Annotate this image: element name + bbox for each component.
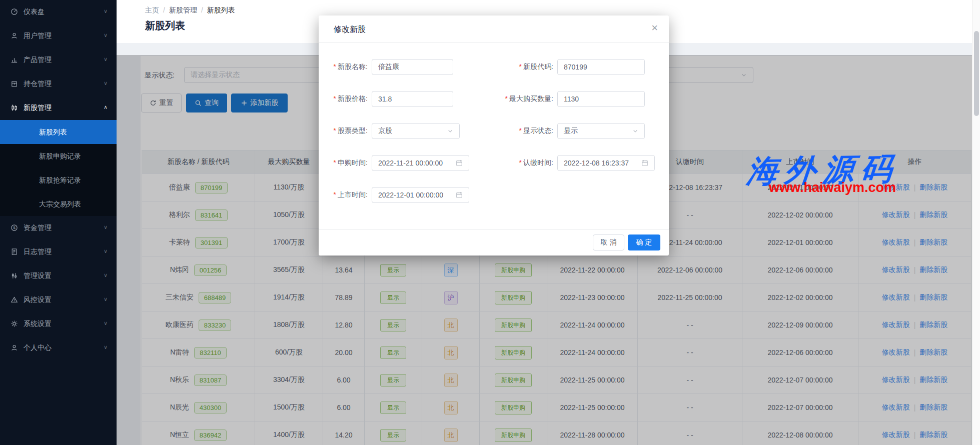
calendar-icon xyxy=(456,192,463,198)
watermark-url: www.haiwaiym.com xyxy=(769,180,896,196)
required-asterisk: * xyxy=(333,126,336,134)
chevron-down-icon xyxy=(447,128,453,134)
sidebar-item-资金管理[interactable]: $资金管理∨ xyxy=(0,216,117,240)
field-input[interactable] xyxy=(557,91,645,107)
chevron-down-icon: ∨ xyxy=(104,56,108,62)
field-label: *认缴时间: xyxy=(496,158,553,168)
sidebar-item-label: 持仓管理 xyxy=(24,80,52,88)
breadcrumb-separator: / xyxy=(163,6,165,14)
sidebar-item-label: 新股管理 xyxy=(24,104,52,112)
modal-title: 修改新股 xyxy=(334,24,366,35)
person-icon xyxy=(11,344,19,352)
chevron-down-icon: ∨ xyxy=(104,296,108,302)
sidebar-item-持仓管理[interactable]: 持仓管理∨ xyxy=(0,72,117,96)
sidebar-item-label: 仪表盘 xyxy=(24,8,45,16)
cancel-button[interactable]: 取 消 xyxy=(593,234,624,250)
close-icon[interactable]: × xyxy=(651,22,658,34)
confirm-button[interactable]: 确 定 xyxy=(628,234,660,250)
chevron-down-icon: ∨ xyxy=(104,344,108,350)
sidebar-item-label: 系统设置 xyxy=(24,320,52,328)
modal-form-row: *新股名称:*新股代码: xyxy=(319,59,669,75)
required-asterisk: * xyxy=(333,190,336,198)
sidebar-item-新股管理[interactable]: 新股管理∧ xyxy=(0,96,117,120)
field-input[interactable] xyxy=(372,59,453,75)
field-label: *新股名称: xyxy=(326,62,368,72)
required-asterisk: * xyxy=(519,158,521,166)
calendar-icon xyxy=(456,160,463,166)
sidebar-subitem-新股抢筹记录[interactable]: 新股抢筹记录 xyxy=(0,168,117,192)
field-select[interactable]: 显示 xyxy=(557,123,645,139)
field-value: 2022-12-01 00:00:00 xyxy=(378,191,453,199)
modal-form-row: *上市时间:2022-12-01 00:00:00 xyxy=(319,187,669,203)
box-icon xyxy=(11,80,19,88)
breadcrumb: 主页/新股管理/新股列表 xyxy=(145,6,235,15)
sidebar: 仪表盘∨用户管理∨产品管理∨持仓管理∨新股管理∧新股列表新股申购记录新股抢筹记录… xyxy=(0,0,117,445)
log-icon xyxy=(11,248,19,256)
field-最大购买数量: *最大购买数量: xyxy=(496,91,645,107)
field-认缴时间: *认缴时间:2022-12-08 16:23:37 xyxy=(496,155,655,171)
sidebar-item-label: 日志管理 xyxy=(24,248,52,256)
field-新股代码: *新股代码: xyxy=(496,59,645,75)
candlestick-icon xyxy=(11,104,19,112)
field-value: 2022-11-21 00:00:00 xyxy=(378,159,453,167)
warning-icon xyxy=(11,296,19,304)
sidebar-subitem-新股列表[interactable]: 新股列表 xyxy=(0,120,117,144)
breadcrumb-item[interactable]: 主页 xyxy=(145,6,159,14)
breadcrumb-item: 新股列表 xyxy=(207,6,235,14)
sidebar-item-风控设置[interactable]: 风控设置∨ xyxy=(0,288,117,312)
sidebar-item-产品管理[interactable]: 产品管理∨ xyxy=(0,48,117,72)
sidebar-item-系统设置[interactable]: 系统设置∨ xyxy=(0,312,117,336)
field-label: *显示状态: xyxy=(496,126,553,136)
required-asterisk: * xyxy=(519,62,521,70)
field-value: 显示 xyxy=(564,126,629,136)
field-input[interactable] xyxy=(557,59,645,75)
field-select[interactable]: 京股 xyxy=(372,123,460,139)
sidebar-subitem-新股申购记录[interactable]: 新股申购记录 xyxy=(0,144,117,168)
field-datepicker[interactable]: 2022-11-21 00:00:00 xyxy=(372,155,469,171)
calendar-icon xyxy=(641,160,648,166)
scrollbar-thumb[interactable] xyxy=(974,31,979,116)
modal-form-row: *新股价格:*最大购买数量: xyxy=(319,91,669,107)
chevron-down-icon: ∨ xyxy=(104,80,108,86)
sidebar-submenu: 新股列表新股申购记录新股抢筹记录大宗交易列表 xyxy=(0,120,117,216)
modal-header: 修改新股 × xyxy=(319,16,669,43)
required-asterisk: * xyxy=(333,94,336,102)
breadcrumb-item[interactable]: 新股管理 xyxy=(169,6,197,14)
sidebar-item-label: 管理设置 xyxy=(24,272,52,280)
sidebar-item-管理设置[interactable]: 管理设置∨ xyxy=(0,264,117,288)
sidebar-item-label: 资金管理 xyxy=(24,224,52,232)
sidebar-item-个人中心[interactable]: 个人中心∨ xyxy=(0,336,117,360)
chevron-down-icon: ∨ xyxy=(104,32,108,38)
required-asterisk: * xyxy=(333,62,336,70)
edit-stock-modal: 修改新股 × *新股名称:*新股代码:*新股价格:*最大购买数量:*股票类型:京… xyxy=(319,16,669,256)
chevron-up-icon: ∧ xyxy=(104,104,108,110)
sidebar-item-日志管理[interactable]: 日志管理∨ xyxy=(0,240,117,264)
required-asterisk: * xyxy=(333,158,336,166)
field-datepicker[interactable]: 2022-12-08 16:23:37 xyxy=(557,155,655,171)
sidebar-item-label: 个人中心 xyxy=(24,344,52,352)
field-input[interactable] xyxy=(372,91,453,107)
sidebar-item-label: 风控设置 xyxy=(24,296,52,304)
field-label: *最大购买数量: xyxy=(496,94,553,104)
field-上市时间: *上市时间:2022-12-01 00:00:00 xyxy=(326,187,469,203)
chevron-down-icon: ∨ xyxy=(104,248,108,254)
field-新股名称: *新股名称: xyxy=(326,59,453,75)
chevron-down-icon: ∨ xyxy=(104,320,108,326)
field-value: 2022-12-08 16:23:37 xyxy=(564,159,638,167)
page-scrollbar[interactable] xyxy=(972,0,980,445)
field-显示状态: *显示状态:显示 xyxy=(496,123,645,139)
required-asterisk: * xyxy=(519,126,521,134)
chevron-down-icon: ∨ xyxy=(104,272,108,278)
page-title: 新股列表 xyxy=(145,19,185,32)
field-datepicker[interactable]: 2022-12-01 00:00:00 xyxy=(372,187,469,203)
sidebar-item-用户管理[interactable]: 用户管理∨ xyxy=(0,24,117,48)
breadcrumb-separator: / xyxy=(201,6,203,14)
field-label: *申购时间: xyxy=(326,158,368,168)
chevron-down-icon: ∨ xyxy=(104,224,108,230)
field-股票类型: *股票类型:京股 xyxy=(326,123,460,139)
sidebar-item-仪表盘[interactable]: 仪表盘∨ xyxy=(0,0,117,24)
field-申购时间: *申购时间:2022-11-21 00:00:00 xyxy=(326,155,469,171)
sliders-icon xyxy=(11,272,19,280)
modal-form-row: *申购时间:2022-11-21 00:00:00*认缴时间:2022-12-0… xyxy=(319,155,669,171)
sidebar-subitem-大宗交易列表[interactable]: 大宗交易列表 xyxy=(0,192,117,216)
